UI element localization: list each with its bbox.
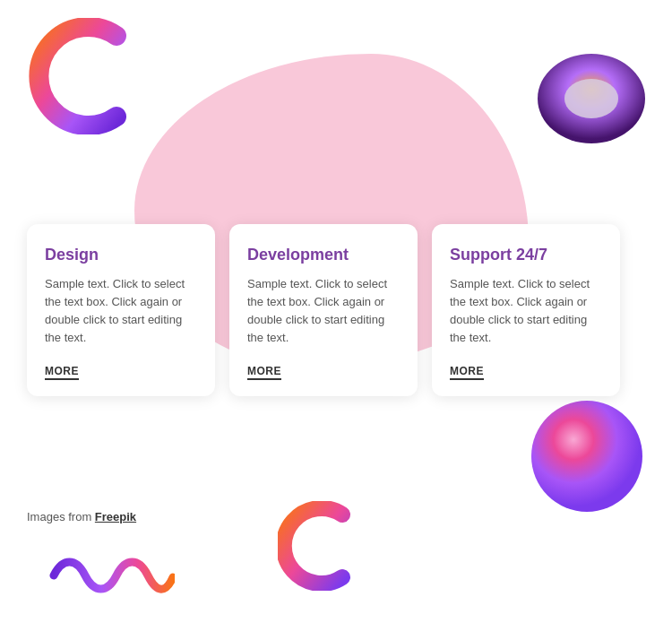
footer-text: Images from [27,510,95,523]
design-card[interactable]: Design Sample text. Click to select the … [27,224,215,396]
design-card-title: Design [45,246,197,264]
squiggle-icon [49,550,175,600]
development-card-text: Sample text. Click to select the text bo… [247,275,400,348]
design-card-text: Sample text. Click to select the text bo… [45,275,197,348]
sphere-bottomright-icon [529,398,645,515]
support-card-text: Sample text. Click to select the text bo… [450,275,602,348]
design-more-link[interactable]: MORE [45,365,79,380]
svg-point-3 [531,401,642,512]
freepik-link[interactable]: Freepik [95,510,136,523]
c-shape-topleft-icon [27,18,134,134]
cards-container: Design Sample text. Click to select the … [27,224,620,396]
development-card-title: Development [247,246,400,264]
svg-point-2 [564,79,618,118]
page-scene: Design Sample text. Click to select the … [0,0,672,640]
support-card-title: Support 24/7 [450,246,602,264]
c-shape-bottom-icon [278,501,358,591]
footer: Images from Freepik [27,510,136,523]
torus-topright-icon [529,45,654,161]
development-more-link[interactable]: MORE [247,365,281,380]
support-more-link[interactable]: MORE [450,365,484,380]
development-card[interactable]: Development Sample text. Click to select… [229,224,418,396]
support-card[interactable]: Support 24/7 Sample text. Click to selec… [432,224,620,396]
